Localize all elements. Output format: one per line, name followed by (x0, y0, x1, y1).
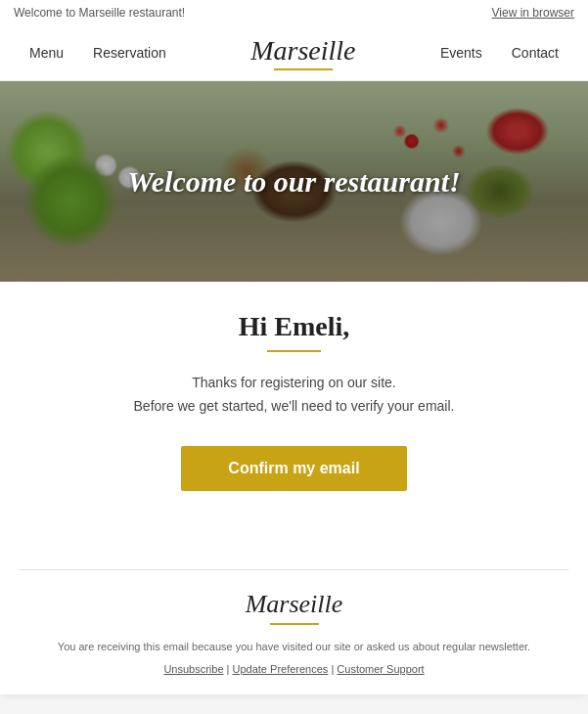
customer-support-link[interactable]: Customer Support (337, 663, 424, 675)
footer-logo-underline (270, 623, 319, 625)
greeting-underline (267, 350, 321, 352)
email-container: Welcome to Marseille restaurant! View in… (0, 0, 588, 694)
nav-menu[interactable]: Menu (29, 45, 64, 61)
message-text: Thanks for registering on our site. Befo… (59, 372, 529, 419)
update-preferences-link[interactable]: Update Preferences (233, 663, 329, 675)
footer-logo: Marseille (29, 590, 559, 619)
greeting-text: Hi Emeli, (59, 311, 529, 342)
footer-links: Unsubscribe | Update Preferences | Custo… (29, 663, 559, 675)
footer: Marseille You are receiving this email b… (0, 570, 588, 695)
confirm-email-button[interactable]: Confirm my email (181, 446, 406, 491)
nav-reservation[interactable]: Reservation (93, 45, 166, 61)
welcome-text: Welcome to Marseille restaurant! (14, 6, 185, 20)
navigation: Menu Reservation Marseille Events Contac… (0, 25, 588, 81)
message-line1: Thanks for registering on our site. (192, 375, 396, 390)
spacer (0, 530, 588, 569)
logo-underline (274, 68, 333, 70)
top-bar: Welcome to Marseille restaurant! View in… (0, 0, 588, 25)
unsubscribe-link[interactable]: Unsubscribe (163, 663, 223, 675)
brand-logo: Marseille (250, 35, 355, 67)
logo-area: Marseille (250, 35, 355, 70)
nav-contact[interactable]: Contact (512, 45, 559, 61)
hero-heading: Welcome to our restaurant! (127, 165, 460, 199)
nav-events[interactable]: Events (440, 45, 482, 61)
footer-description: You are receiving this email because you… (29, 639, 559, 656)
message-line2: Before we get started, we'll need to ver… (134, 398, 455, 414)
main-content: Hi Emeli, Thanks for registering on our … (0, 282, 588, 530)
view-in-browser-link[interactable]: View in browser (492, 6, 574, 20)
hero-image: Welcome to our restaurant! (0, 81, 588, 282)
left-nav-links: Menu Reservation (29, 45, 166, 61)
right-nav-links: Events Contact (440, 45, 559, 61)
